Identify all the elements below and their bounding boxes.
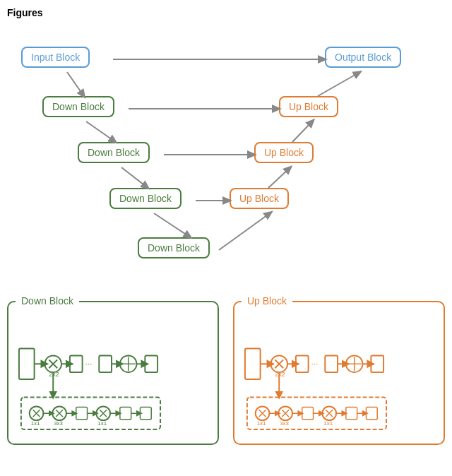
- svg-rect-27: [145, 355, 157, 372]
- svg-rect-59: [325, 355, 338, 372]
- down-block-detail: Down Block 2x2 ···: [7, 301, 219, 445]
- svg-rect-49: [140, 407, 151, 420]
- down-block-detail-title: Down Block: [16, 294, 79, 308]
- svg-rect-65: [371, 355, 383, 372]
- output-block: Output Block: [325, 47, 401, 68]
- up-block-diagram: 2x2 ···: [242, 318, 436, 438]
- svg-text:3x3: 3x3: [280, 420, 289, 427]
- svg-rect-40: [76, 407, 88, 420]
- down-block-diagram: 2x2 ···: [16, 318, 210, 438]
- svg-text:2x2: 2x2: [275, 371, 285, 378]
- svg-text:1x1: 1x1: [323, 420, 333, 427]
- svg-line-1: [67, 72, 83, 95]
- down-block-4: Down Block: [138, 237, 210, 258]
- svg-line-11: [318, 73, 359, 96]
- up-block-detail: Up Block 2x2: [233, 301, 445, 445]
- down-block-1: Down Block: [42, 96, 114, 117]
- svg-rect-19: [70, 355, 83, 372]
- main-diagram: Input Block Output Block Down Block Down…: [7, 25, 445, 287]
- svg-line-2: [86, 121, 114, 141]
- svg-line-3: [121, 167, 147, 187]
- page-title: Figures: [7, 7, 445, 18]
- input-block: Input Block: [21, 47, 90, 68]
- up-block-svg: 2x2 ···: [242, 318, 436, 438]
- down-block-2: Down Block: [78, 142, 150, 163]
- svg-text:2x2: 2x2: [49, 371, 59, 378]
- up-block-2: Up Block: [254, 142, 314, 163]
- svg-line-10: [292, 121, 312, 142]
- svg-text:1x1: 1x1: [31, 420, 40, 427]
- svg-text:1x1: 1x1: [97, 420, 107, 427]
- svg-rect-47: [120, 407, 131, 420]
- up-block-1: Up Block: [279, 96, 338, 117]
- svg-rect-85: [346, 407, 357, 420]
- svg-line-9: [268, 168, 290, 188]
- up-block-detail-title: Up Block: [242, 294, 292, 308]
- svg-text:3x3: 3x3: [54, 420, 63, 427]
- svg-rect-50: [245, 349, 261, 379]
- svg-rect-57: [296, 355, 309, 372]
- down-block-3: Down Block: [109, 188, 182, 209]
- svg-line-4: [154, 213, 189, 237]
- detail-section: Down Block 2x2 ···: [7, 301, 445, 445]
- svg-rect-21: [99, 355, 112, 372]
- svg-text:···: ···: [85, 359, 93, 369]
- svg-rect-12: [19, 349, 35, 379]
- svg-rect-78: [302, 407, 314, 420]
- svg-text:···: ···: [311, 359, 319, 369]
- down-block-svg: 2x2 ···: [16, 318, 210, 438]
- up-block-3: Up Block: [230, 188, 289, 209]
- svg-line-8: [219, 213, 270, 250]
- svg-text:1x1: 1x1: [257, 420, 266, 427]
- svg-rect-87: [366, 407, 377, 420]
